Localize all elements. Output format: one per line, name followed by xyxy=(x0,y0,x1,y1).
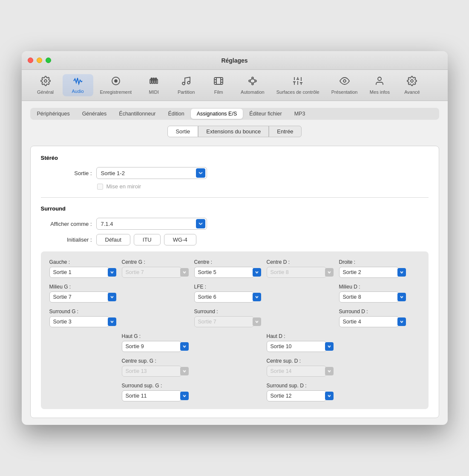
surround-sup-g-arrow xyxy=(180,392,189,400)
svg-point-21 xyxy=(252,83,253,85)
minimize-button[interactable] xyxy=(37,58,42,63)
surround-sup-d-label: Surround sup. D : xyxy=(267,383,335,389)
gauche-select-wrapper: Sortie 1 xyxy=(49,267,118,278)
btn-itu[interactable]: ITU xyxy=(134,234,161,245)
channel-centre: Centre : Sortie 5 xyxy=(194,259,262,278)
svg-point-20 xyxy=(255,80,256,82)
haut-d-select[interactable]: Sortie 10 xyxy=(267,341,326,352)
toolbar-item-general[interactable]: Général xyxy=(30,73,61,97)
afficher-select[interactable]: 7.1.4 xyxy=(96,218,207,230)
gauche-select[interactable]: Sortie 1 xyxy=(49,267,109,278)
droite-select[interactable]: Sortie 2 xyxy=(339,267,399,278)
svg-rect-12 xyxy=(214,78,223,84)
empty-cell-10 xyxy=(339,358,399,377)
toolbar-item-mesinfos[interactable]: Mes infos xyxy=(364,73,395,97)
surround-sup-g-select[interactable]: Sortie 11 xyxy=(122,390,181,401)
tab-editeur[interactable]: Éditeur fichier xyxy=(243,109,288,119)
close-button[interactable] xyxy=(28,58,33,63)
channel-lfe: LFE : Sortie 6 xyxy=(194,284,262,303)
subtab-extensions[interactable]: Extensions du bounce xyxy=(198,126,269,137)
surround-d-label: Surround D : xyxy=(339,309,407,314)
lfe-arrow xyxy=(253,293,261,301)
centre-g-select[interactable]: Sortie 7 xyxy=(122,267,181,278)
channel-haut-g: Haut G : Sortie 9 xyxy=(122,333,190,352)
tab-peripheriques[interactable]: Périphériques xyxy=(31,109,76,119)
toolbar-item-film[interactable]: Film xyxy=(203,73,234,97)
toolbar-item-midi[interactable]: MIDI xyxy=(138,73,169,97)
empty-cell-4 xyxy=(267,309,326,327)
centre-arrow xyxy=(253,268,261,277)
toolbar-item-recording-label: Enregistrement xyxy=(100,89,132,95)
haut-d-arrow xyxy=(325,342,334,351)
centre-select[interactable]: Sortie 5 xyxy=(194,267,254,278)
btn-defaut[interactable]: Défaut xyxy=(96,234,130,245)
haut-g-select-wrapper: Sortie 9 xyxy=(122,341,190,352)
centre-sup-g-arrow xyxy=(180,367,189,375)
svg-point-37 xyxy=(378,77,381,81)
film-icon xyxy=(213,76,224,88)
channel-droite: Droite : Sortie 2 xyxy=(339,259,407,278)
centre-sup-g-select[interactable]: Sortie 13 xyxy=(122,366,181,377)
eye-icon xyxy=(340,76,350,88)
tab-mp3[interactable]: MP3 xyxy=(288,109,311,119)
toolbar-item-surfaces-label: Surfaces de contrôle xyxy=(276,89,319,95)
channel-surround-sup-g: Surround sup. G : Sortie 11 xyxy=(122,383,190,401)
toolbar-item-presentation[interactable]: Présentation xyxy=(326,73,363,97)
surround-select[interactable]: Sortie 7 xyxy=(194,316,254,327)
maximize-button[interactable] xyxy=(46,58,51,63)
tab-edition[interactable]: Édition xyxy=(162,109,190,119)
centre-sup-d-select[interactable]: Sortie 14 xyxy=(267,366,326,377)
midi-icon xyxy=(149,76,159,88)
centre-sup-g-select-wrapper: Sortie 13 xyxy=(122,366,190,377)
tab-echantillonneur[interactable]: Échantillonneur xyxy=(113,109,161,119)
milieu-d-select-wrapper: Sortie 8 xyxy=(339,291,407,303)
svg-point-19 xyxy=(252,77,253,79)
surfaces-icon xyxy=(293,76,303,88)
sortie-select[interactable]: Sortie 1-2 xyxy=(96,167,207,179)
droite-arrow xyxy=(397,268,406,277)
toolbar-item-avance-label: Avancé xyxy=(404,89,420,95)
surround-g-select[interactable]: Sortie 3 xyxy=(49,316,109,327)
toolbar-item-automation[interactable]: Automation xyxy=(236,73,270,97)
miroir-checkbox[interactable] xyxy=(97,184,103,190)
surround-sup-g-label: Surround sup. G : xyxy=(122,383,190,389)
milieu-d-select[interactable]: Sortie 8 xyxy=(339,291,399,303)
surround-sup-g-select-wrapper: Sortie 11 xyxy=(122,390,190,401)
haut-d-select-wrapper: Sortie 10 xyxy=(267,341,335,352)
surround-title: Surround xyxy=(41,205,429,212)
surround-sup-d-select[interactable]: Sortie 12 xyxy=(267,390,326,401)
centre-d-select[interactable]: Sortie 8 xyxy=(267,267,326,278)
toolbar-item-midi-label: MIDI xyxy=(149,89,158,95)
centre-sup-g-label: Centre sup. G : xyxy=(122,358,190,364)
empty-cell-13 xyxy=(339,383,399,401)
tab-assignations[interactable]: Assignations E/S xyxy=(191,109,243,119)
centre-sup-d-label: Centre sup. D : xyxy=(267,358,335,364)
channel-centre-sup-g: Centre sup. G : Sortie 13 xyxy=(122,358,190,377)
haut-g-select[interactable]: Sortie 9 xyxy=(122,341,181,352)
channel-centre-d: Centre D : Sortie 8 xyxy=(267,259,335,278)
content-panel: Stéréo Sortie : Sortie 1-2 xyxy=(30,146,439,418)
toolbar-item-surfaces[interactable]: Surfaces de contrôle xyxy=(271,73,325,97)
haut-g-arrow xyxy=(180,342,189,351)
toolbar-item-audio[interactable]: Audio xyxy=(63,74,93,96)
svg-line-24 xyxy=(253,82,256,83)
surround-d-select[interactable]: Sortie 4 xyxy=(339,316,399,327)
subtab-entree[interactable]: Entrée xyxy=(269,126,301,137)
toolbar-item-partition[interactable]: Partition xyxy=(171,73,201,97)
lfe-select[interactable]: Sortie 6 xyxy=(194,291,254,303)
toolbar-item-recording[interactable]: Enregistrement xyxy=(95,73,137,97)
toolbar-item-presentation-label: Présentation xyxy=(331,89,358,95)
svg-point-22 xyxy=(249,80,250,82)
toolbar-item-general-label: Général xyxy=(37,89,54,95)
milieu-g-select[interactable]: Sortie 7 xyxy=(49,291,109,303)
toolbar-item-film-label: Film xyxy=(214,89,223,95)
toolbar-item-avance[interactable]: Avancé xyxy=(397,73,427,97)
gauche-arrow xyxy=(108,268,116,277)
btn-wg4[interactable]: WG-4 xyxy=(164,234,196,245)
miroir-row: Mise en miroir xyxy=(97,183,429,190)
tab-bar: Périphériques Générales Échantillonneur … xyxy=(30,108,439,120)
surround-select-wrapper: Sortie 7 xyxy=(194,316,262,327)
tab-generales[interactable]: Générales xyxy=(76,109,113,119)
subtab-sortie[interactable]: Sortie xyxy=(167,126,198,137)
svg-point-38 xyxy=(411,80,413,82)
